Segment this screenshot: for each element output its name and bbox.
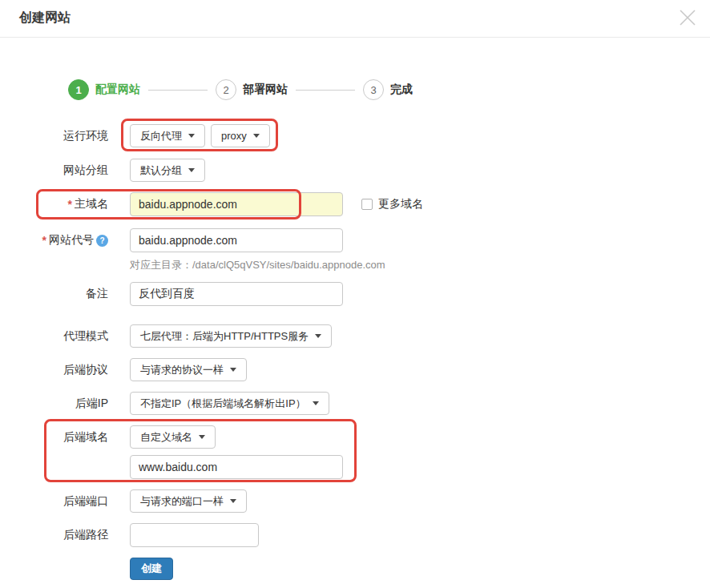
backend-port-dropdown[interactable]: 与请求的端口一样 <box>130 489 247 513</box>
primary-domain-label: * 主域名 <box>0 192 108 216</box>
remark-label: 备注 <box>0 282 108 306</box>
backend-protocol-value: 与请求的协议一样 <box>140 363 224 377</box>
proxy-mode-value: 七层代理：后端为HTTP/HTTPS服务 <box>140 329 309 344</box>
caret-down-icon <box>253 134 260 138</box>
caret-down-icon <box>230 368 236 372</box>
more-domains-checkbox[interactable] <box>361 199 373 210</box>
backend-protocol-label: 后端协议 <box>0 358 108 382</box>
caret-down-icon <box>188 134 195 138</box>
step-connector <box>148 90 208 91</box>
backend-domain-input[interactable] <box>130 455 343 479</box>
backend-path-label: 后端路径 <box>0 523 108 547</box>
required-asterisk: * <box>68 198 72 211</box>
caret-down-icon <box>230 499 236 503</box>
backend-ip-dropdown[interactable]: 不指定IP（根据后端域名解析出IP） <box>130 392 329 415</box>
create-button[interactable]: 创建 <box>130 558 173 580</box>
proxy-mode-label: 代理模式 <box>0 324 108 348</box>
runtime-type-dropdown[interactable]: 反向代理 <box>130 124 205 147</box>
form-row-submit: 创建 <box>0 558 710 582</box>
primary-domain-input[interactable] <box>130 192 343 216</box>
required-asterisk: * <box>42 234 46 247</box>
help-icon[interactable]: ? <box>96 235 108 247</box>
backend-domain-mode-dropdown[interactable]: 自定义域名 <box>130 425 216 449</box>
more-domains-label: 更多域名 <box>378 197 423 211</box>
form-row-backend-domain: 后端域名 自定义域名 <box>0 425 710 479</box>
remark-input[interactable] <box>130 282 343 306</box>
site-group-value: 默认分组 <box>140 163 182 178</box>
step-3-label: 完成 <box>390 83 413 97</box>
runtime-app-value: proxy <box>221 130 247 142</box>
backend-port-label: 后端端口 <box>0 489 108 513</box>
step-1-label: 配置网站 <box>95 83 140 97</box>
step-3-circle: 3 <box>363 79 384 100</box>
site-code-input[interactable] <box>130 228 343 252</box>
site-dir-hint: 对应主目录：/data/clQ5qVSY/sites/baidu.appnode… <box>130 258 385 272</box>
proxy-mode-dropdown[interactable]: 七层代理：后端为HTTP/HTTPS服务 <box>130 324 332 348</box>
page-title: 创建网站 <box>19 0 71 35</box>
step-indicator: 1 配置网站 2 部署网站 3 完成 <box>68 79 413 100</box>
form-row-site-code: * 网站代号 ? 对应主目录：/data/clQ5qVSY/sites/baid… <box>0 228 710 272</box>
backend-protocol-dropdown[interactable]: 与请求的协议一样 <box>130 358 247 381</box>
backend-port-value: 与请求的端口一样 <box>140 494 224 509</box>
caret-down-icon <box>199 435 205 439</box>
form-row-backend-ip: 后端IP 不指定IP（根据后端域名解析出IP） <box>0 392 710 416</box>
form-row-backend-port: 后端端口 与请求的端口一样 <box>0 489 710 513</box>
step-1-circle: 1 <box>68 79 89 100</box>
caret-down-icon <box>313 401 319 405</box>
close-icon[interactable] <box>675 5 700 30</box>
form-row-runtime: 运行环境 反向代理 proxy <box>0 124 710 148</box>
site-code-label: * 网站代号 ? <box>0 228 108 252</box>
backend-ip-value: 不指定IP（根据后端域名解析出IP） <box>140 397 306 411</box>
form-row-proxy-mode: 代理模式 七层代理：后端为HTTP/HTTPS服务 <box>0 324 710 348</box>
step-connector <box>296 90 355 91</box>
form-row-primary-domain: * 主域名 更多域名 <box>0 192 710 216</box>
caret-down-icon <box>315 334 321 338</box>
step-2-circle: 2 <box>216 79 236 100</box>
runtime-label: 运行环境 <box>0 124 108 148</box>
backend-ip-label: 后端IP <box>0 392 108 416</box>
backend-domain-mode-value: 自定义域名 <box>140 430 192 445</box>
backend-domain-label: 后端域名 <box>0 425 108 449</box>
site-group-dropdown[interactable]: 默认分组 <box>130 159 205 182</box>
form-row-remark: 备注 <box>0 282 710 306</box>
form-row-backend-protocol: 后端协议 与请求的协议一样 <box>0 358 710 382</box>
step-2-label: 部署网站 <box>243 83 288 97</box>
modal-header: 创建网站 <box>0 0 710 38</box>
create-site-modal: 创建网站 1 配置网站 2 部署网站 3 完成 运行环境 反向代理 proxy <box>0 0 710 588</box>
group-label: 网站分组 <box>0 159 108 183</box>
runtime-app-dropdown[interactable]: proxy <box>211 124 270 147</box>
form-row-backend-path: 后端路径 <box>0 523 710 547</box>
caret-down-icon <box>188 168 195 172</box>
form-row-group: 网站分组 默认分组 <box>0 159 710 183</box>
backend-path-input[interactable] <box>130 523 259 547</box>
runtime-type-value: 反向代理 <box>140 129 182 143</box>
